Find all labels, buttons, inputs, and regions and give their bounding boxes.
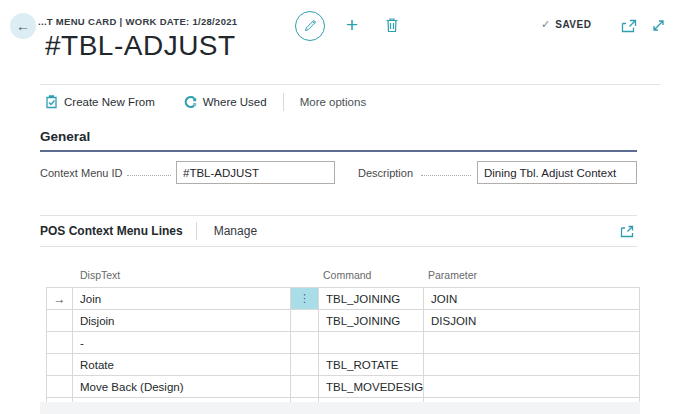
plus-icon: + (346, 13, 358, 36)
cell-parameter[interactable] (424, 376, 639, 397)
cell-disptext[interactable]: Disjoin (73, 310, 291, 331)
expand-arrows-icon (651, 18, 666, 33)
row-gutter (47, 376, 73, 397)
dotted-leader (127, 175, 171, 176)
pos-context-menu-lines-title[interactable]: POS Context Menu Lines (40, 224, 183, 238)
table-row[interactable]: RotateTBL_ROTATE (47, 354, 639, 376)
cell-menu (291, 354, 319, 375)
cell-menu (291, 332, 319, 353)
cell-command[interactable] (319, 332, 424, 353)
context-menu-id-input[interactable] (176, 161, 335, 184)
dotted-leader (421, 175, 471, 176)
action-bar: Create New From Where Used More options (40, 84, 660, 111)
check-icon: ✓ (541, 18, 550, 31)
edit-button[interactable] (295, 11, 325, 41)
breadcrumb-caption: ...T MENU CARD | WORK DATE: 1/28/2021 (38, 16, 237, 27)
column-header-disptext[interactable]: DispText (80, 269, 120, 281)
popout-icon (621, 19, 637, 33)
saved-label: SAVED (555, 19, 591, 30)
general-section-underline (40, 150, 637, 152)
where-used-label: Where Used (203, 95, 267, 110)
active-row-marker: → (47, 288, 73, 309)
cell-parameter[interactable]: JOIN (424, 288, 639, 309)
delete-button[interactable] (385, 17, 399, 33)
description-input[interactable] (477, 161, 637, 184)
lines-popout-button[interactable] (620, 225, 634, 238)
row-menu-dots-icon[interactable]: ⋮ (291, 288, 319, 309)
table-row[interactable]: DisjoinTBL_JOININGDISJOIN (47, 310, 639, 332)
where-used-button[interactable]: Where Used (183, 95, 267, 110)
popout-icon (620, 225, 634, 238)
action-bar-divider (283, 93, 284, 111)
save-status: ✓ SAVED (541, 18, 591, 31)
context-menu-id-label: Context Menu ID (40, 167, 123, 179)
cell-disptext[interactable]: Rotate (73, 354, 291, 375)
cell-command[interactable]: TBL_JOINING (319, 310, 424, 331)
add-button[interactable]: + (341, 14, 363, 38)
cell-menu (291, 310, 319, 331)
row-gutter (47, 354, 73, 375)
page-title: #TBL-ADJUST (45, 30, 236, 62)
cell-menu (291, 376, 319, 397)
where-used-icon (183, 95, 197, 109)
row-gutter (47, 310, 73, 331)
row-gutter (47, 332, 73, 353)
open-in-new-window-button[interactable] (621, 19, 637, 33)
table-row[interactable]: Move Back (Design)TBL_MOVEDESIGN (47, 376, 639, 398)
column-header-command[interactable]: Command (323, 269, 371, 281)
table-body: →Join⋮TBL_JOININGJOINDisjoinTBL_JOININGD… (46, 287, 640, 414)
more-options-button[interactable]: More options (300, 96, 366, 108)
manage-menu-button[interactable]: Manage (214, 224, 257, 238)
create-new-from-label: Create New From (64, 95, 155, 110)
cell-disptext[interactable]: Move Back (Design) (73, 376, 291, 397)
context-menu-card-page: ← ...T MENU CARD | WORK DATE: 1/28/2021 … (0, 0, 700, 414)
table-footer-strip (40, 402, 640, 414)
table-row[interactable]: - (47, 332, 639, 354)
cell-disptext[interactable]: - (73, 332, 291, 353)
table-row[interactable]: →Join⋮TBL_JOININGJOIN (47, 288, 639, 310)
create-new-from-button[interactable]: Create New From (45, 95, 155, 110)
pos-context-menu-lines-header: POS Context Menu Lines Manage (40, 215, 637, 247)
back-arrow-icon: ← (16, 19, 30, 33)
description-label: Description (358, 167, 413, 179)
lines-header-divider (196, 222, 197, 240)
expand-button[interactable] (651, 18, 666, 33)
column-header-parameter[interactable]: Parameter (428, 269, 477, 281)
cell-command[interactable]: TBL_ROTATE (319, 354, 424, 375)
cell-parameter[interactable] (424, 332, 639, 353)
cell-parameter[interactable]: DISJOIN (424, 310, 639, 331)
cell-disptext[interactable]: Join (73, 288, 291, 309)
clipboard-check-icon (45, 95, 58, 109)
cell-parameter[interactable] (424, 354, 639, 375)
trash-icon (385, 17, 399, 33)
cell-command[interactable]: TBL_JOINING (319, 288, 424, 309)
general-section-title[interactable]: General (40, 129, 90, 144)
pencil-icon (303, 19, 317, 33)
cell-command[interactable]: TBL_MOVEDESIGN (319, 376, 424, 397)
back-button[interactable]: ← (10, 13, 36, 39)
